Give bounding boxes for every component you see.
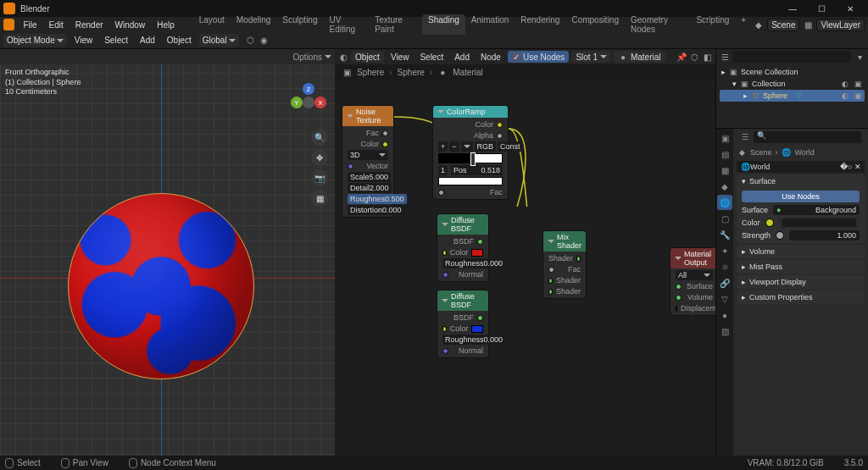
tab-viewlayer[interactable]: ▦ bbox=[717, 163, 732, 178]
tab-constraints[interactable]: 🔗 bbox=[717, 275, 732, 290]
surface-field[interactable]: ● Background bbox=[773, 205, 860, 215]
tab-layout[interactable]: Layout bbox=[193, 14, 231, 35]
navigation-gizmo[interactable]: XYZ bbox=[289, 83, 328, 122]
tab-world[interactable]: 🌐 bbox=[717, 195, 732, 210]
tab-material[interactable]: ● bbox=[717, 307, 732, 323]
tab-add[interactable]: + bbox=[735, 14, 752, 35]
panel-title[interactable]: Surface bbox=[749, 177, 776, 185]
tab-render[interactable]: ▣ bbox=[717, 130, 732, 146]
ramp-tools[interactable] bbox=[461, 141, 473, 152]
proportional-icon[interactable]: ◉ bbox=[259, 36, 270, 46]
outliner-search[interactable] bbox=[733, 51, 851, 63]
pin-icon[interactable]: 📌 bbox=[676, 52, 687, 62]
ne-node[interactable]: Node bbox=[476, 53, 505, 62]
tree-collection[interactable]: ▾▣Collection◐▣ bbox=[720, 78, 865, 90]
tab-scripting[interactable]: Scripting bbox=[690, 14, 735, 35]
eye-icon[interactable]: ◐ bbox=[840, 91, 850, 101]
eye-icon[interactable]: ◐ bbox=[840, 79, 850, 89]
ne-view[interactable]: View bbox=[387, 53, 414, 62]
snap-icon[interactable]: ⬡ bbox=[246, 36, 256, 46]
menu-render[interactable]: Render bbox=[70, 19, 108, 30]
menu-help[interactable]: Help bbox=[152, 19, 180, 30]
panel-viewport-display[interactable]: ▸Viewport Display bbox=[737, 275, 865, 289]
props-type-icon[interactable]: ☰ bbox=[740, 132, 750, 142]
sphere-object[interactable] bbox=[68, 193, 254, 379]
move-view-icon[interactable]: ✥ bbox=[311, 149, 328, 166]
3d-viewport[interactable]: Options Front Orthographic (1) Collectio… bbox=[0, 49, 335, 470]
shader-editor[interactable]: ◐ Object View Select Add Node ✓Use Nodes… bbox=[335, 49, 715, 470]
tab-texture[interactable]: ▨ bbox=[717, 323, 732, 339]
ramp-interp[interactable]: Const bbox=[498, 141, 523, 152]
tab-shading[interactable]: Shading bbox=[422, 14, 465, 35]
strength-field[interactable]: 1.000 bbox=[789, 230, 860, 241]
node-noise-texture[interactable]: Noise Texture Fac Color 3D Vector Scale5… bbox=[342, 105, 394, 218]
collapse-icon[interactable] bbox=[437, 110, 444, 113]
panel-mist[interactable]: ▸Mist Pass bbox=[737, 260, 865, 274]
node-material-output[interactable]: Material Output All Surface Volume Displ… bbox=[670, 247, 715, 316]
node-diffuse-2[interactable]: Diffuse BSDF BSDF Color Roughness0.000 N… bbox=[437, 290, 489, 358]
menu-object[interactable]: Object bbox=[163, 35, 196, 46]
viewlayer-selector[interactable]: ViewLayer bbox=[816, 19, 865, 31]
ramp-add[interactable]: + bbox=[438, 141, 448, 152]
tab-sculpting[interactable]: Sculpting bbox=[276, 14, 323, 35]
detail-field[interactable]: Detail2.000 bbox=[348, 183, 392, 193]
tab-modifiers[interactable]: 🔧 bbox=[717, 227, 732, 242]
roughness-field[interactable]: Roughness0.000 bbox=[442, 258, 505, 268]
orientation-selector[interactable]: Global bbox=[199, 34, 239, 47]
tab-physics[interactable]: ⚛ bbox=[717, 259, 732, 274]
collapse-icon[interactable] bbox=[442, 223, 448, 226]
tab-modeling[interactable]: Modeling bbox=[231, 14, 277, 35]
maximize-button[interactable]: ☐ bbox=[807, 0, 836, 17]
collapse-icon[interactable] bbox=[347, 114, 353, 118]
material-selector[interactable]: ●Material bbox=[614, 51, 665, 63]
target-field[interactable]: All bbox=[676, 270, 713, 280]
ramp-mode[interactable]: RGB bbox=[475, 141, 497, 152]
slot-selector[interactable]: Slot 1 bbox=[571, 51, 611, 63]
dimensions-field[interactable]: 3D bbox=[348, 150, 388, 160]
tab-scene[interactable]: ◆ bbox=[717, 179, 732, 194]
options-dropdown[interactable]: Options bbox=[293, 53, 322, 62]
menu-edit[interactable]: Edit bbox=[44, 19, 69, 30]
use-nodes-button[interactable]: Use Nodes bbox=[742, 191, 860, 202]
snap-node-icon[interactable]: ⬡ bbox=[689, 52, 699, 62]
filter-icon[interactable]: ▾ bbox=[854, 52, 865, 62]
tab-uv[interactable]: UV Editing bbox=[324, 14, 370, 35]
node-canvas[interactable]: Noise Texture Fac Color 3D Vector Scale5… bbox=[335, 80, 715, 470]
node-diffuse-1[interactable]: Diffuse BSDF BSDF Color Roughness0.000 N… bbox=[437, 213, 489, 282]
tree-scene-collection[interactable]: ▸▣Scene Collection bbox=[720, 66, 865, 78]
use-nodes-toggle[interactable]: ✓Use Nodes bbox=[508, 51, 569, 63]
roughness-field[interactable]: Roughness0.000 bbox=[442, 335, 505, 345]
camera-view-icon[interactable]: 📷 bbox=[311, 169, 328, 186]
crumb-object[interactable]: Sphere bbox=[357, 68, 384, 77]
crumb-mesh[interactable]: Sphere bbox=[398, 68, 425, 77]
color-field[interactable] bbox=[471, 249, 483, 257]
menu-view[interactable]: View bbox=[70, 35, 97, 46]
scale-field[interactable]: Scale5.000 bbox=[348, 172, 391, 182]
ramp-color[interactable] bbox=[438, 177, 503, 185]
blender-icon[interactable] bbox=[3, 19, 14, 30]
tree-sphere[interactable]: ▸▽Sphere▽◐▣ bbox=[720, 90, 865, 102]
restrict-icon[interactable]: ▣ bbox=[853, 79, 863, 89]
outliner-type-icon[interactable]: ☰ bbox=[720, 52, 730, 62]
collapse-icon[interactable] bbox=[548, 240, 554, 243]
world-selector[interactable]: 🌐World�○ ✕ bbox=[737, 161, 865, 173]
crumb-material[interactable]: Material bbox=[453, 68, 483, 77]
color-field[interactable] bbox=[779, 218, 860, 228]
zoom-icon[interactable]: 🔍 bbox=[311, 129, 328, 146]
panel-volume[interactable]: ▸Volume bbox=[737, 245, 865, 258]
tab-texture-paint[interactable]: Texture Paint bbox=[369, 14, 422, 35]
mode-selector[interactable]: Object Mode bbox=[3, 34, 67, 47]
tab-particles[interactable]: ✦ bbox=[717, 243, 732, 258]
roughness-field[interactable]: Roughnes0.500 bbox=[348, 194, 407, 204]
perspective-icon[interactable]: ▦ bbox=[311, 190, 328, 207]
menu-window[interactable]: Window bbox=[110, 19, 151, 30]
tab-object[interactable]: ▢ bbox=[717, 211, 732, 226]
node-mix-shader[interactable]: Mix Shader Shader Fac Shader Shader bbox=[542, 230, 587, 299]
menu-select[interactable]: Select bbox=[100, 35, 132, 46]
ramp-gradient[interactable] bbox=[438, 153, 503, 163]
tab-rendering[interactable]: Rendering bbox=[515, 14, 565, 35]
restrict-icon[interactable]: ▣ bbox=[853, 91, 863, 101]
ne-select[interactable]: Select bbox=[415, 53, 448, 62]
menu-file[interactable]: File bbox=[18, 19, 42, 30]
outliner[interactable]: ☰ ▾ ▸▣Scene Collection ▾▣Collection◐▣ ▸▽… bbox=[716, 49, 868, 129]
